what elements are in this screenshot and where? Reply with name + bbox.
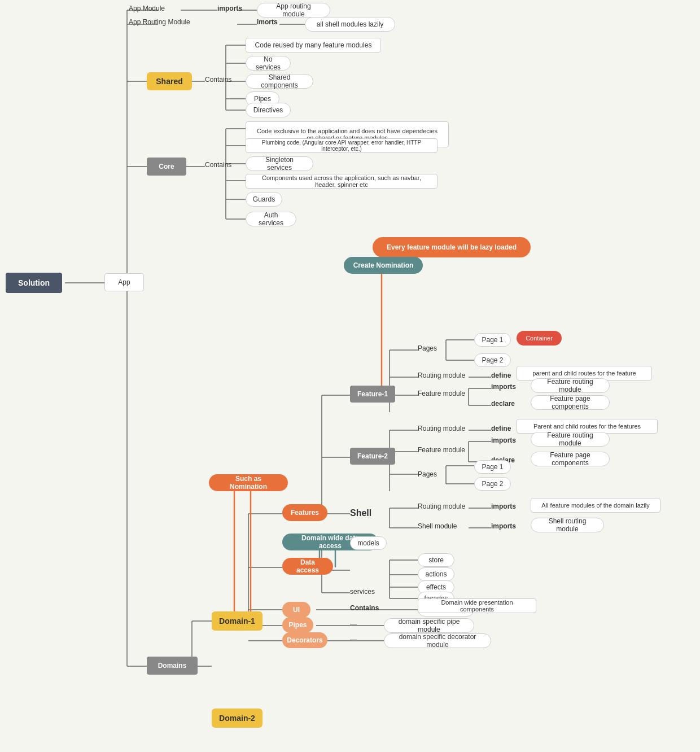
solution-label: Solution: [18, 278, 50, 287]
code-reused-node: Code reused by many feature modules: [246, 38, 381, 53]
create-nomination-text: Create Nomination: [353, 261, 414, 269]
container-node: Container: [517, 331, 562, 346]
domain-wide-presentation-node: Domain wide presentation components: [418, 598, 536, 613]
domain2-label: Domain-2: [219, 714, 255, 723]
feature2-pages-label: Pages: [418, 470, 437, 478]
shell-imports2-label: imports: [491, 522, 516, 530]
domains-node: Domains: [147, 657, 198, 675]
feature1-page1-node: Page 1: [474, 333, 511, 347]
feature2-feature-module-label: Feature module: [418, 446, 465, 454]
imports-label-1: imports: [217, 5, 242, 12]
domain1-node: Domain-1: [212, 611, 262, 631]
feature2-page-components: Feature page components: [531, 452, 610, 466]
imports-text-1: imports: [217, 5, 242, 12]
directives-text: Directives: [253, 106, 283, 114]
models-text: models: [357, 539, 379, 547]
components-used-text: Components used across the application, …: [252, 174, 431, 188]
app-routing-module-text-1: App routing module: [264, 2, 323, 18]
feature1-pages-text: Pages: [418, 344, 437, 352]
no-services-text: No services: [253, 55, 283, 71]
shell-routing-module-ref-text: Shell routing module: [538, 517, 597, 533]
feature2-page2-text: Page 2: [482, 480, 503, 488]
contains-shared-text: Contains: [205, 76, 231, 84]
feature1-declare-text: declare: [491, 400, 515, 408]
auth-services-node: Auth services: [246, 212, 296, 226]
contains-shared-label: Contains: [205, 76, 231, 84]
such-as-nomination-text: Such as Nomination: [217, 475, 280, 491]
feature1-pages-label: Pages: [418, 344, 437, 352]
shell-imports2-text: imports: [491, 522, 516, 530]
feature1-imports-label: imports: [491, 383, 516, 391]
effects-text: effects: [426, 583, 446, 591]
guards-node: Guards: [246, 192, 282, 207]
pipes-domain-label: Pipes: [289, 621, 307, 629]
feature1-parent-child-text: parent and child routes for the feature: [532, 370, 636, 377]
feature2-imports-label: imports: [491, 436, 516, 444]
actions-text: actions: [425, 570, 447, 578]
decorators-node: Decorators: [282, 632, 327, 648]
shared-label: Shared: [156, 77, 182, 86]
feature1-label: Feature-1: [357, 390, 388, 398]
domain-specific-pipe-node: domain specific pipe module: [384, 618, 474, 633]
container-text: Container: [526, 335, 553, 342]
services-text: services: [350, 588, 375, 596]
feature2-page2-node: Page 2: [474, 477, 511, 491]
shell-routing-module-ref: Shell routing module: [531, 518, 604, 532]
feature2-page-components-text: Feature page components: [538, 451, 602, 467]
feature1-routing-module-label: Routing module: [418, 371, 465, 379]
feature1-routing-module-ref-text: Feature routing module: [538, 378, 602, 394]
store-text: store: [428, 556, 444, 564]
create-nomination-node: Create Nomination: [344, 257, 423, 274]
pipes-shared-text: Pipes: [254, 95, 271, 103]
app-label: App: [118, 278, 130, 286]
decorators-label: Decorators: [287, 636, 322, 644]
ui-contains-label: Contains: [350, 604, 379, 612]
feature2-routing-module-text: Routing module: [418, 425, 465, 432]
data-access-label: Data access: [290, 558, 325, 574]
shared-components-text: Shared components: [253, 73, 306, 89]
feature1-routing-module-text: Routing module: [418, 371, 465, 379]
app-routing-module-1: App routing module: [257, 3, 330, 18]
feature2-feature-module-text: Feature module: [418, 446, 465, 454]
all-feature-modules-text: All feature modules of the domain lazily: [541, 502, 649, 509]
feature1-define-text: define: [491, 371, 511, 379]
feature1-page2-node: Page 2: [474, 353, 511, 367]
feature2-define-text: define: [491, 425, 511, 432]
feature1-define-label: define: [491, 371, 511, 379]
singleton-services-node: Singleton services: [246, 156, 313, 171]
all-shell-modules-node: all shell modules lazily: [305, 17, 395, 32]
domain-specific-pipe-text: domain specific pipe module: [391, 618, 467, 633]
feature2-page1-node: Page 1: [474, 460, 511, 474]
feature2-page1-text: Page 1: [482, 463, 503, 471]
shared-components-node: Shared components: [246, 74, 313, 89]
domain2-node: Domain-2: [212, 709, 262, 728]
shell-module-text: Shell module: [418, 522, 457, 530]
domain-wide-presentation-text: Domain wide presentation components: [424, 599, 530, 613]
shell-imports1-text: imports: [491, 502, 516, 510]
feature2-label: Feature-2: [357, 452, 388, 460]
shell-imports1-label: imports: [491, 502, 516, 510]
actions-node: actions: [418, 567, 454, 581]
contains-core-label: Contains: [205, 161, 231, 169]
features-label: Features: [291, 509, 319, 517]
feature1-routing-module-ref: Feature routing module: [531, 378, 610, 393]
core-label: Core: [159, 163, 174, 170]
app-node: App: [104, 273, 144, 291]
app-module-text: App Module: [129, 5, 165, 12]
code-reused-text: Code reused by many feature modules: [255, 41, 372, 49]
singleton-services-text: Singleton services: [253, 156, 306, 172]
contains-core-text: Contains: [205, 161, 231, 169]
feature1-imports-text: imports: [491, 383, 516, 391]
app-module-label: App Module: [129, 5, 165, 12]
diagram-canvas: Solution App App Module imports App rout…: [0, 0, 700, 752]
features-node: Features: [282, 504, 327, 521]
guards-text: Guards: [253, 195, 275, 203]
core-node: Core: [147, 158, 186, 176]
ui-node: UI: [282, 602, 310, 618]
feature2-routing-module-label: Routing module: [418, 425, 465, 432]
plumbing-code-text: Plumbing code, (Angular core API wrapper…: [252, 139, 431, 152]
shell-routing-module-text: Routing module: [418, 502, 465, 510]
ui-label: UI: [293, 606, 300, 614]
imorts-label: imorts: [257, 18, 278, 26]
feature1-feature-module-text: Feature module: [418, 390, 465, 397]
